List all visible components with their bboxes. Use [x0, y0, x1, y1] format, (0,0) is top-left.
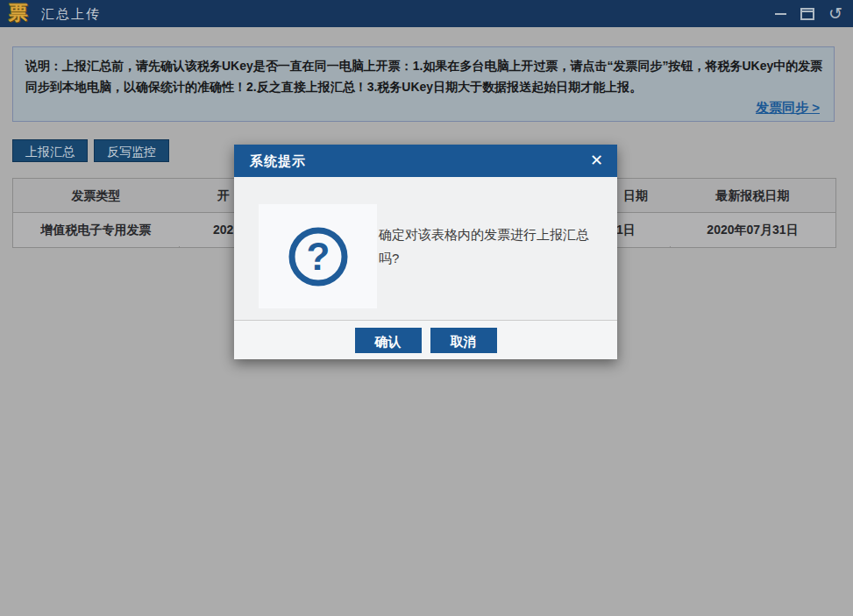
- dialog-title: 系统提示: [250, 145, 306, 177]
- header-partial-left: 开: [217, 179, 230, 212]
- minimize-icon: [775, 13, 786, 15]
- close-icon: ✕: [590, 152, 603, 169]
- toolbar: 上报汇总 反写监控: [12, 139, 169, 162]
- system-prompt-dialog: 系统提示 ✕ ? 确定对该表格内的发票进行上报汇总吗? 确认 取消: [234, 145, 617, 359]
- dialog-close-button[interactable]: ✕: [586, 145, 607, 177]
- window-controls: ↺: [775, 0, 842, 27]
- cell-partial-left: 202: [213, 213, 233, 246]
- window-title: 汇总上传: [41, 0, 101, 27]
- notice-panel: 说明：上报汇总前，请先确认该税务UKey是否一直在同一电脑上开票：1.如果在多台…: [12, 46, 835, 122]
- writeback-monitor-button[interactable]: 反写监控: [94, 139, 169, 162]
- minimize-button[interactable]: [775, 6, 786, 22]
- cancel-button[interactable]: 取消: [430, 328, 497, 353]
- dialog-titlebar: 系统提示 ✕: [234, 145, 617, 177]
- app-window: 票 汇总上传 ↺ 说明：上报汇总前，请先确认该税务UKey是否一直在同一电脑上开…: [0, 0, 853, 616]
- cell-partial-right: 1日: [616, 213, 636, 246]
- notice-link-row: 发票同步 >: [25, 100, 823, 117]
- question-icon: ?: [286, 224, 351, 289]
- header-latest-tax-date: 最新报税日期: [670, 179, 835, 212]
- dialog-body: ? 确定对该表格内的发票进行上报汇总吗?: [234, 177, 617, 320]
- cell-invoice-type: 增值税电子专用发票: [13, 213, 179, 246]
- report-summary-button[interactable]: 上报汇总: [12, 139, 88, 162]
- cell-latest-tax-date: 2020年07月31日: [670, 213, 835, 246]
- invoice-sync-link[interactable]: 发票同步 >: [756, 100, 820, 115]
- restore-button[interactable]: [800, 6, 814, 22]
- titlebar: 票 汇总上传 ↺: [0, 0, 853, 27]
- confirm-button[interactable]: 确认: [355, 328, 422, 353]
- header-partial-right: 日期: [623, 179, 648, 212]
- notice-text: 说明：上报汇总前，请先确认该税务UKey是否一直在同一电脑上开票：1.如果在多台…: [25, 55, 823, 97]
- question-icon-panel: ?: [259, 204, 377, 308]
- window-restore-icon: [800, 8, 814, 20]
- dialog-footer: 确认 取消: [234, 320, 617, 359]
- undo-button[interactable]: ↺: [828, 6, 842, 22]
- app-logo-icon: 票: [5, 1, 32, 25]
- question-mark-glyph: ?: [306, 235, 330, 278]
- undo-icon: ↺: [828, 6, 842, 22]
- dialog-message: 确定对该表格内的发票进行上报汇总吗?: [379, 223, 598, 270]
- header-invoice-type: 发票类型: [13, 179, 179, 212]
